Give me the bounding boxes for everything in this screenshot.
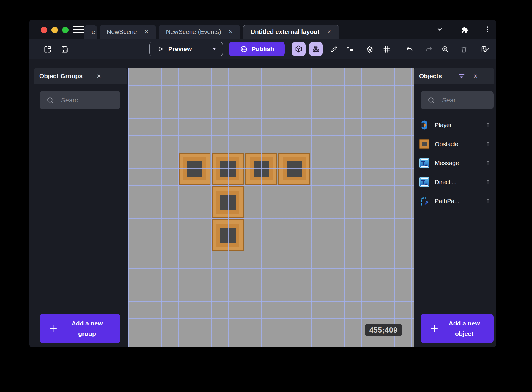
close-object-groups-icon[interactable]: ×: [97, 72, 101, 80]
obstacle-instance[interactable]: [212, 186, 244, 218]
add-object-button[interactable]: Add a new object: [421, 314, 494, 343]
publish-button[interactable]: Publish: [229, 42, 285, 56]
play-icon: [156, 45, 164, 53]
tab-close-icon[interactable]: ×: [327, 28, 332, 36]
scene-canvas[interactable]: 455;409: [128, 68, 414, 347]
obstacle-instance[interactable]: [179, 153, 210, 185]
add-group-button[interactable]: Add a new group: [40, 314, 120, 343]
project-manager-button[interactable]: [44, 45, 51, 53]
filter-icon[interactable]: [457, 72, 466, 80]
save-button[interactable]: [61, 45, 68, 53]
main-menu-button[interactable]: [73, 26, 84, 33]
tab-untitled-external-layout[interactable]: Untitled external layout×: [243, 25, 339, 39]
objects-title: Objects: [419, 72, 442, 80]
layers-button[interactable]: [366, 45, 373, 53]
zoom-in-button[interactable]: [441, 45, 448, 53]
edit-button[interactable]: [330, 45, 337, 53]
tab-close-icon[interactable]: ×: [228, 28, 233, 36]
obstacle-instance[interactable]: [245, 153, 277, 185]
search-icon: [46, 96, 54, 105]
cursor-coordinates-badge: 455;409: [365, 324, 402, 336]
grid-icon: [383, 45, 391, 53]
svg-text:x: x: [425, 162, 427, 167]
preview-button[interactable]: Preview: [149, 42, 223, 56]
tab-e[interactable]: e: [84, 25, 97, 39]
instances-list-button[interactable]: [346, 45, 353, 53]
delete-button[interactable]: [460, 45, 467, 53]
obstacle-instance[interactable]: [212, 219, 244, 251]
kebab-menu-icon: [485, 179, 491, 185]
object-row-message[interactable]: TxMessage: [414, 154, 494, 173]
toolbar: Preview Publish: [29, 39, 496, 59]
puzzle-icon: [460, 26, 468, 34]
preview-dropdown-button[interactable]: [206, 42, 223, 56]
object-label: Message: [435, 160, 484, 167]
plus-icon: [429, 324, 439, 333]
obstacle-icon: [419, 139, 430, 149]
traffic-light-maximize[interactable]: [62, 27, 69, 33]
svg-text:T: T: [421, 160, 425, 167]
plus-icon: [48, 324, 58, 333]
svg-text:T: T: [421, 179, 425, 186]
cubes-icon: [312, 45, 320, 53]
preview-label: Preview: [168, 45, 192, 53]
object-menu-button[interactable]: [484, 158, 492, 168]
player-icon: [419, 120, 430, 130]
kebab-menu-icon: [485, 160, 491, 166]
object-row-obstacle[interactable]: Obstacle: [414, 135, 494, 154]
object-label: Player: [435, 122, 484, 129]
traffic-light-close[interactable]: [41, 27, 47, 33]
layers-icon: [366, 45, 374, 53]
object-groups-search-input[interactable]: [60, 96, 114, 105]
object-groups-search: [40, 91, 120, 109]
save-icon: [61, 45, 69, 53]
extensions-button[interactable]: [459, 25, 468, 34]
tab-newscene-events[interactable]: NewScene (Events)×: [159, 25, 240, 39]
object-row-player[interactable]: Player: [414, 116, 494, 135]
cube-icon: [295, 45, 303, 53]
tab-label: NewScene (Events): [166, 28, 221, 35]
objects-search: [421, 91, 494, 109]
objects-panel-header: Objects ×: [414, 68, 494, 84]
toolbar-divider: [399, 43, 399, 55]
grid-button[interactable]: [383, 45, 390, 53]
boxes-stack-view-button[interactable]: [309, 42, 323, 56]
traffic-light-minimize[interactable]: [51, 27, 58, 33]
globe-icon: [240, 45, 248, 53]
objects-search-input[interactable]: [441, 96, 489, 105]
tabs-overflow-button[interactable]: [436, 25, 444, 34]
text-object-icon: Tx: [419, 158, 430, 168]
app-window: eNewScene×NewScene (Events)×Untitled ext…: [29, 20, 496, 347]
object-menu-button[interactable]: [484, 139, 492, 149]
more-options-button[interactable]: [483, 25, 492, 34]
caret-down-icon: [211, 45, 218, 53]
publish-label: Publish: [252, 45, 274, 53]
add-object-label-line2: object: [439, 328, 489, 339]
objects-list: PlayerObstacleTxMessageTxDirecti...PathP…: [414, 116, 494, 211]
tab-newscene[interactable]: NewScene×: [100, 25, 156, 39]
undo-button[interactable]: [406, 45, 413, 53]
path-paint-icon: [419, 196, 430, 206]
properties-editor-button[interactable]: [481, 45, 490, 53]
object-menu-button[interactable]: [484, 196, 492, 206]
object-row-pathpa[interactable]: PathPa...: [414, 192, 494, 211]
obstacle-instance[interactable]: [212, 153, 244, 185]
hamburger-icon: [73, 26, 84, 27]
object-menu-button[interactable]: [484, 120, 492, 130]
panels-layout-icon: [44, 45, 51, 53]
kebab-menu-icon: [484, 26, 491, 33]
film-edit-icon: [481, 45, 490, 53]
tab-label: NewScene: [107, 28, 137, 35]
object-label: Directi...: [435, 179, 484, 186]
obstacle-instance[interactable]: [278, 153, 310, 185]
object-groups-title: Object Groups: [39, 72, 83, 80]
search-icon: [427, 96, 435, 105]
tab-label: Untitled external layout: [251, 28, 319, 35]
diamond-list-icon: [346, 45, 354, 53]
object-menu-button[interactable]: [484, 177, 492, 187]
close-objects-icon[interactable]: ×: [473, 72, 478, 80]
object-row-directi[interactable]: TxDirecti...: [414, 173, 494, 192]
tab-close-icon[interactable]: ×: [144, 28, 149, 36]
box-3d-view-button[interactable]: [292, 42, 306, 56]
redo-button[interactable]: [425, 45, 432, 53]
